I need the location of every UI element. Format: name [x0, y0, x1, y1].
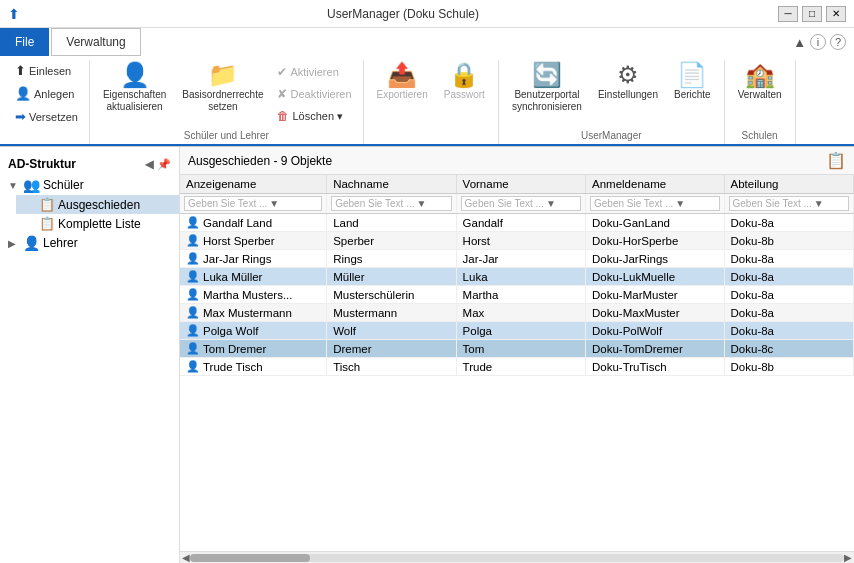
filter-abteilung-icon[interactable]: ▼	[814, 198, 845, 209]
aktivieren-label: Aktivieren	[290, 66, 338, 78]
exportieren-button[interactable]: 📤 Exportieren	[370, 60, 435, 104]
filter-abteilung[interactable]: Geben Sie Text ... ▼	[724, 194, 853, 214]
schulen-group-label: Schulen	[731, 128, 789, 142]
filter-nachname-icon[interactable]: ▼	[416, 198, 447, 209]
table-row[interactable]: 👤Horst Sperber Sperber Horst Doku-HorSpe…	[180, 232, 854, 250]
scroll-thumb-h[interactable]	[190, 554, 310, 562]
cell-anzeigename: 👤Martha Musters...	[180, 286, 327, 304]
loeschen-button[interactable]: 🗑 Löschen ▾	[272, 106, 356, 126]
deaktivieren-label: Deaktivieren	[290, 88, 351, 100]
anlegen-button[interactable]: 👤 Anlegen	[10, 83, 79, 104]
window-controls: ─ □ ✕	[778, 6, 846, 22]
anlegen-label: Anlegen	[34, 88, 74, 100]
chevron-up-icon[interactable]: ▲	[793, 35, 806, 50]
cell-vorname: Polga	[456, 322, 585, 340]
einstellungen-button[interactable]: ⚙ Einstellungen	[591, 60, 665, 104]
tree-item-schueler[interactable]: ▼ 👥 Schüler	[0, 175, 179, 195]
tree-item-lehrer[interactable]: ▶ 👤 Lehrer	[0, 233, 179, 253]
ribbon-group-transfer: 📤 Exportieren 🔒 Passwort	[364, 60, 499, 144]
table-row[interactable]: 👤Martha Musters... Musterschülerin Marth…	[180, 286, 854, 304]
eigenschaften-button[interactable]: 👤 Eigenschaftenaktualisieren	[96, 60, 173, 116]
sidebar-collapse-icon[interactable]: ◀	[145, 158, 153, 171]
horizontal-scrollbar[interactable]: ◀ ▶	[180, 551, 854, 563]
cell-anmeldename: Doku-PolWolf	[586, 322, 725, 340]
data-table: Anzeigename Nachname Vorname Anmeldename…	[180, 175, 854, 376]
filter-vorname-icon[interactable]: ▼	[546, 198, 577, 209]
schueler-group-content: 👤 Eigenschaftenaktualisieren 📁 Basisordn…	[96, 60, 357, 128]
einlesen-button[interactable]: ⬆ Einlesen	[10, 60, 76, 81]
verwalten-label: Verwalten	[738, 89, 782, 101]
help-icon[interactable]: ?	[830, 34, 846, 50]
eigenschaften-icon: 👤	[120, 63, 150, 87]
col-vorname: Vorname	[456, 175, 585, 194]
exportieren-label: Exportieren	[377, 89, 428, 101]
table-row[interactable]: 👤Gandalf Land Land Gandalf Doku-GanLand …	[180, 214, 854, 232]
close-button[interactable]: ✕	[826, 6, 846, 22]
basisordnerrechte-icon: 📁	[208, 63, 238, 87]
cell-vorname: Jar-Jar	[456, 250, 585, 268]
scroll-left-arrow[interactable]: ◀	[182, 552, 190, 563]
window-title: UserManager (Doku Schule)	[28, 7, 778, 21]
filter-vorname[interactable]: Geben Sie Text ... ▼	[456, 194, 585, 214]
cell-nachname: Rings	[327, 250, 456, 268]
passwort-label: Passwort	[444, 89, 485, 101]
col-anzeigename: Anzeigename	[180, 175, 327, 194]
cell-anzeigename: 👤Tom Dremer	[180, 340, 327, 358]
table-row[interactable]: 👤Max Mustermann Mustermann Max Doku-MaxM…	[180, 304, 854, 322]
filter-anzeigename-icon[interactable]: ▼	[269, 198, 318, 209]
table-row[interactable]: 👤Luka Müller Müller Luka Doku-LukMuelle …	[180, 268, 854, 286]
table-row[interactable]: 👤Jar-Jar Rings Rings Jar-Jar Doku-JarRin…	[180, 250, 854, 268]
aktivieren-button[interactable]: ✔ Aktivieren	[272, 62, 356, 82]
tree-expand-schueler: ▼	[8, 180, 20, 191]
cell-vorname: Horst	[456, 232, 585, 250]
filter-anmeldename[interactable]: Geben Sie Text ... ▼	[586, 194, 725, 214]
transfer-group-content: 📤 Exportieren 🔒 Passwort	[370, 60, 492, 142]
scroll-right-arrow[interactable]: ▶	[844, 552, 852, 563]
cell-anzeigename: 👤Gandalf Land	[180, 214, 327, 232]
filter-anzeigename-text: Geben Sie Text ...	[188, 198, 267, 209]
versetzen-button[interactable]: ➡ Versetzen	[10, 106, 83, 127]
table-row[interactable]: 👤Trude Tisch Tisch Trude Doku-TruTisch D…	[180, 358, 854, 376]
filter-anmeldename-icon[interactable]: ▼	[675, 198, 715, 209]
filter-nachname[interactable]: Geben Sie Text ... ▼	[327, 194, 456, 214]
cell-vorname: Luka	[456, 268, 585, 286]
sidebar-controls: ◀ 📌	[145, 158, 171, 171]
sidebar-pin-icon[interactable]: 📌	[157, 158, 171, 171]
table-wrapper[interactable]: Anzeigename Nachname Vorname Anmeldename…	[180, 175, 854, 551]
scroll-track-h	[190, 554, 844, 562]
app-icon: ⬆	[8, 6, 28, 22]
app-layout: ⬆ UserManager (Doku Schule) ─ □ ✕ File V…	[0, 0, 854, 563]
cell-nachname: Tisch	[327, 358, 456, 376]
tab-verwaltung[interactable]: Verwaltung	[51, 28, 140, 56]
minimize-button[interactable]: ─	[778, 6, 798, 22]
deaktivieren-icon: ✘	[277, 87, 287, 101]
ribbon-tabs: File Verwaltung	[0, 28, 141, 56]
tree-item-ausgeschieden[interactable]: 📋 Ausgeschieden	[16, 195, 179, 214]
schulen-group-content: 🏫 Verwalten	[731, 60, 789, 128]
col-nachname: Nachname	[327, 175, 456, 194]
benutzerportal-button[interactable]: 🔄 Benutzerportalsynchronisieren	[505, 60, 589, 116]
cell-nachname: Wolf	[327, 322, 456, 340]
passwort-button[interactable]: 🔒 Passwort	[437, 60, 492, 104]
einstellungen-icon: ⚙	[617, 63, 639, 87]
filter-vorname-text: Geben Sie Text ...	[465, 198, 544, 209]
deaktivieren-button[interactable]: ✘ Deaktivieren	[272, 84, 356, 104]
table-row[interactable]: 👤Tom Dremer Dremer Tom Doku-TomDremer Do…	[180, 340, 854, 358]
cell-vorname: Tom	[456, 340, 585, 358]
berichte-button[interactable]: 📄 Berichte	[667, 60, 718, 104]
filter-anzeigename[interactable]: Geben Sie Text ... ▼	[180, 194, 327, 214]
tab-file[interactable]: File	[0, 28, 49, 56]
col-abteilung: Abteilung	[724, 175, 853, 194]
info-icon[interactable]: i	[810, 34, 826, 50]
content-header: Ausgeschieden - 9 Objekte 📋	[180, 147, 854, 175]
tree-icon-ausgeschieden: 📋	[39, 197, 55, 212]
table-row[interactable]: 👤Polga Wolf Wolf Polga Doku-PolWolf Doku…	[180, 322, 854, 340]
basisordnerrechte-label: Basisordnerrechtesetzen	[182, 89, 263, 113]
tree-children-schueler: 📋 Ausgeschieden 📋 Komplette Liste	[0, 195, 179, 233]
verwalten-button[interactable]: 🏫 Verwalten	[731, 60, 789, 104]
cell-abteilung: Doku-8a	[724, 214, 853, 232]
tree-item-komplette-liste[interactable]: 📋 Komplette Liste	[16, 214, 179, 233]
basisordnerrechte-button[interactable]: 📁 Basisordnerrechtesetzen	[175, 60, 270, 116]
cell-vorname: Trude	[456, 358, 585, 376]
restore-button[interactable]: □	[802, 6, 822, 22]
